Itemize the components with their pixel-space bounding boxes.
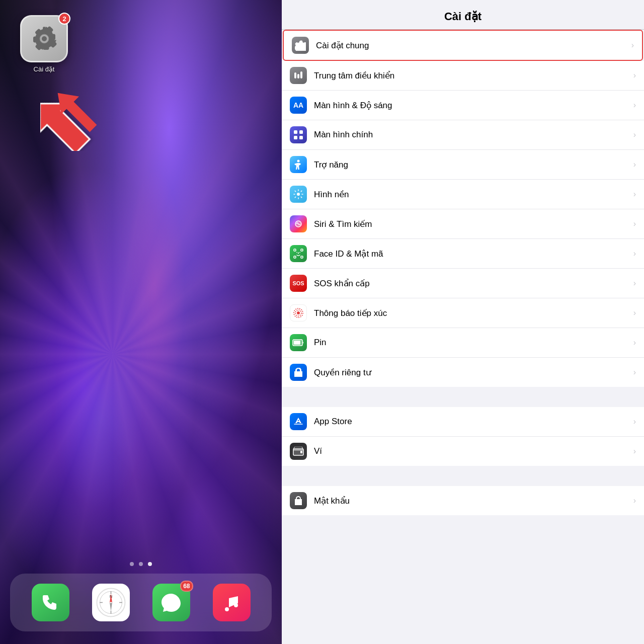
settings-row-wallet[interactable]: Ví › <box>282 437 644 466</box>
appstore-label: App Store <box>314 417 633 427</box>
wallpaper-label: Hình nền <box>314 189 633 200</box>
dock-music-icon[interactable] <box>213 584 251 621</box>
wallet-label: Ví <box>314 446 633 456</box>
battery-label: Pin <box>314 338 633 348</box>
svg-rect-30 <box>301 256 303 258</box>
svg-rect-38 <box>293 449 303 451</box>
home-screen: 2 Cài đặt <box>0 0 282 644</box>
svg-point-24 <box>297 160 300 163</box>
passwords-label: Mật khẩu <box>314 496 633 506</box>
gear-icon <box>29 24 59 54</box>
settings-icon-wrapper[interactable]: 2 <box>20 15 68 62</box>
settings-header: Cài đặt <box>282 0 644 30</box>
accessibility-chevron: › <box>633 160 636 169</box>
page-dot-3 <box>148 562 152 566</box>
dock-messages-icon[interactable]: 68 <box>152 584 190 621</box>
general-label: Cài đặt chung <box>316 40 631 51</box>
control-center-label: Trung tâm điều khiển <box>314 70 633 81</box>
exposure-label: Thông báo tiếp xúc <box>314 308 633 318</box>
svg-rect-18 <box>297 74 299 78</box>
faceid-icon <box>290 245 307 262</box>
svg-point-2 <box>42 36 47 41</box>
settings-row-exposure[interactable]: Thông báo tiếp xúc › <box>282 298 644 328</box>
settings-row-siri[interactable]: Siri & Tìm kiếm › <box>282 209 644 239</box>
siri-label: Siri & Tìm kiếm <box>314 219 633 229</box>
svg-rect-23 <box>299 136 303 139</box>
svg-rect-28 <box>301 249 303 251</box>
settings-row-faceid[interactable]: Face ID & Mật mã › <box>282 239 644 269</box>
dock: N 68 <box>10 574 272 631</box>
settings-row-homescreen[interactable]: Màn hình chính › <box>282 120 644 150</box>
svg-rect-36 <box>294 341 300 345</box>
red-arrow <box>40 70 111 151</box>
svg-rect-21 <box>299 130 303 134</box>
homescreen-label: Màn hình chính <box>314 130 633 140</box>
safari-icon: N <box>95 586 127 619</box>
siri-icon <box>290 215 307 232</box>
faceid-chevron: › <box>633 249 636 258</box>
homescreen-icon <box>290 126 307 143</box>
display-icon: AA <box>290 97 307 114</box>
sos-label: SOS khẩn cấp <box>314 278 633 289</box>
settings-row-privacy[interactable]: Quyền riêng tư › <box>282 358 644 387</box>
svg-rect-20 <box>294 130 297 134</box>
settings-row-battery[interactable]: Pin › <box>282 328 644 358</box>
svg-rect-17 <box>294 72 296 78</box>
privacy-label: Quyền riêng tư <box>314 367 633 378</box>
wallet-chevron: › <box>633 447 636 456</box>
svg-point-16 <box>299 44 302 47</box>
display-chevron: › <box>633 101 636 110</box>
battery-icon <box>290 334 307 351</box>
privacy-icon <box>290 364 307 381</box>
settings-panel: Cài đặt Cài đặt chung › <box>282 0 644 644</box>
accessibility-icon <box>290 156 307 173</box>
control-center-icon <box>290 67 307 84</box>
wallpaper-chevron: › <box>633 190 636 199</box>
section-divider-1 <box>282 397 644 407</box>
passwords-chevron: › <box>633 496 636 505</box>
settings-row-sos[interactable]: SOS SOS khẩn cấp › <box>282 269 644 298</box>
faceid-label: Face ID & Mật mã <box>314 249 633 259</box>
settings-row-wallpaper[interactable]: Hình nền › <box>282 180 644 209</box>
dock-phone-icon[interactable] <box>32 584 69 621</box>
svg-point-32 <box>297 311 300 314</box>
control-center-chevron: › <box>633 71 636 80</box>
general-chevron: › <box>631 41 634 50</box>
sos-icon: SOS <box>290 275 307 292</box>
settings-section-1: Cài đặt chung › Trung tâm điều khiển › <box>282 30 644 387</box>
messages-icon <box>160 592 182 614</box>
wallpaper-icon <box>290 186 307 203</box>
page-dot-1 <box>130 562 134 566</box>
settings-row-control-center[interactable]: Trung tâm điều khiển › <box>282 61 644 91</box>
settings-app-icon[interactable]: 2 Cài đặt <box>15 15 73 73</box>
settings-list[interactable]: Cài đặt chung › Trung tâm điều khiển › <box>282 30 644 644</box>
page-dot-2 <box>139 562 143 566</box>
privacy-chevron: › <box>633 368 636 377</box>
siri-chevron: › <box>633 219 636 228</box>
password-icon <box>290 492 307 509</box>
sos-chevron: › <box>633 279 636 288</box>
settings-section-3: Mật khẩu › <box>282 486 644 515</box>
dock-safari-icon[interactable]: N <box>92 584 130 621</box>
music-icon <box>221 592 242 613</box>
appstore-icon <box>290 413 307 430</box>
settings-row-general[interactable]: Cài đặt chung › <box>283 30 643 61</box>
settings-title: Cài đặt <box>444 10 481 23</box>
app-badge: 2 <box>58 13 70 25</box>
settings-section-2: App Store › Ví › <box>282 407 644 466</box>
svg-rect-27 <box>294 249 296 251</box>
settings-row-passwords[interactable]: Mật khẩu › <box>282 486 644 515</box>
settings-row-display[interactable]: AA Màn hình & Độ sáng › <box>282 91 644 120</box>
exposure-chevron: › <box>633 308 636 317</box>
battery-chevron: › <box>633 338 636 347</box>
homescreen-chevron: › <box>633 130 636 139</box>
wallet-icon <box>290 443 307 460</box>
svg-rect-39 <box>300 451 302 453</box>
svg-rect-22 <box>294 136 297 139</box>
settings-row-appstore[interactable]: App Store › <box>282 407 644 437</box>
general-icon <box>292 37 309 54</box>
svg-rect-41 <box>298 502 299 504</box>
appstore-chevron: › <box>633 417 636 426</box>
settings-row-accessibility[interactable]: Trợ năng › <box>282 150 644 180</box>
messages-badge: 68 <box>180 581 193 592</box>
